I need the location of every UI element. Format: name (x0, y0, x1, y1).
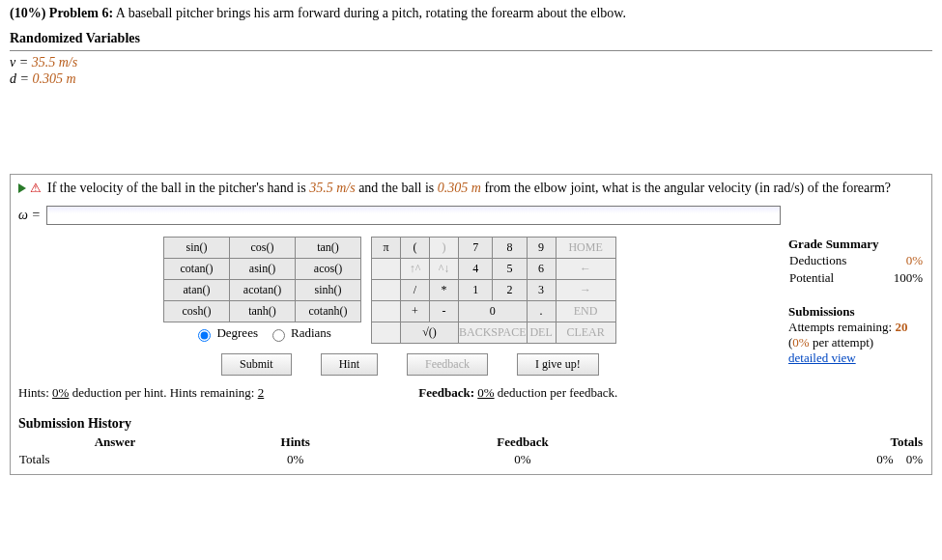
key-5[interactable]: 5 (493, 259, 527, 280)
key-4[interactable]: 4 (459, 259, 493, 280)
key-empty4 (372, 322, 401, 344)
key-3[interactable]: 3 (527, 280, 556, 301)
grade-sidebar: Grade Summary Deductions0% Potential100%… (788, 237, 924, 381)
feedback-button[interactable]: Feedback (407, 353, 488, 376)
feedback-line: Feedback: 0% deduction per feedback. (418, 385, 617, 401)
submit-button[interactable]: Submit (221, 353, 292, 376)
key-lparen[interactable]: ( (401, 238, 430, 259)
angle-mode: Degrees Radians (163, 325, 361, 342)
key-backspace[interactable]: BACKSPACE (459, 322, 528, 344)
problem-text: A baseball pitcher brings his arm forwar… (116, 6, 626, 20)
fn-asin[interactable]: asin() (230, 259, 296, 280)
key-7[interactable]: 7 (459, 238, 493, 259)
key-up[interactable]: ↑^ (401, 259, 430, 280)
fn-cotanh[interactable]: cotanh() (296, 301, 361, 322)
answer-input[interactable] (46, 206, 781, 225)
key-left[interactable]: ← (556, 259, 615, 280)
fn-sinh[interactable]: sinh() (296, 280, 361, 301)
key-2[interactable]: 2 (493, 280, 527, 301)
key-6[interactable]: 6 (527, 259, 556, 280)
key-down[interactable]: ^↓ (430, 259, 459, 280)
calculator: sin()cos()tan() cotan()asin()acos() atan… (163, 237, 788, 344)
key-8[interactable]: 8 (493, 238, 527, 259)
key-pi[interactable]: π (372, 238, 401, 259)
key-dot[interactable]: . (527, 301, 556, 322)
table-row: Totals 0% 0% 0% 0% (18, 451, 924, 468)
var-d: d = 0.305 m (10, 71, 932, 87)
giveup-button[interactable]: I give up! (517, 353, 599, 376)
answer-row: ω = (18, 206, 924, 225)
numeric-keypad: π ( ) 7 8 9 HOME ↑^ ^↓ 4 (371, 237, 616, 344)
key-rparen[interactable]: ) (430, 238, 459, 259)
fn-sin[interactable]: sin() (164, 238, 230, 259)
fn-acos[interactable]: acos() (296, 259, 361, 280)
problem-header: (10%) Problem 6: A baseball pitcher brin… (10, 6, 932, 21)
key-empty1 (372, 259, 401, 280)
key-minus[interactable]: - (430, 301, 459, 322)
fn-cosh[interactable]: cosh() (164, 301, 230, 322)
key-clear[interactable]: CLEAR (556, 322, 615, 344)
fn-cos[interactable]: cos() (230, 238, 296, 259)
submission-history-table: Answer Hints Feedback Totals Totals 0% 0… (18, 434, 924, 468)
key-empty3 (372, 301, 401, 322)
hints-line: Hints: 0% deduction per hint. Hints rema… (18, 385, 264, 401)
question-box: ⚠ If the velocity of the ball in the pit… (10, 174, 932, 475)
submissions-title: Submissions (788, 304, 924, 320)
question-line: ⚠ If the velocity of the ball in the pit… (18, 181, 924, 196)
key-end[interactable]: END (556, 301, 615, 322)
mode-radians[interactable]: Radians (268, 325, 331, 340)
key-empty2 (372, 280, 401, 301)
fn-tanh[interactable]: tanh() (230, 301, 296, 322)
hint-button[interactable]: Hint (321, 353, 378, 376)
key-star[interactable]: * (430, 280, 459, 301)
randomized-variables-title: Randomized Variables (10, 31, 932, 46)
answer-label: ω = (18, 208, 41, 223)
var-v: v = 35.5 m/s (10, 55, 932, 70)
key-right[interactable]: → (556, 280, 615, 301)
problem-weight: (10%) Problem 6: (10, 6, 113, 20)
fn-tan[interactable]: tan() (296, 238, 361, 259)
key-slash[interactable]: / (401, 280, 430, 301)
mode-degrees[interactable]: Degrees (193, 325, 258, 340)
detailed-view-link[interactable]: detailed view (788, 350, 924, 366)
key-0[interactable]: 0 (459, 301, 528, 322)
key-del[interactable]: DEL (527, 322, 556, 344)
play-icon[interactable] (18, 183, 26, 193)
submission-history-title: Submission History (18, 416, 924, 432)
key-sqrt[interactable]: √() (401, 322, 459, 344)
warning-icon: ⚠ (30, 181, 42, 196)
key-1[interactable]: 1 (459, 280, 493, 301)
key-home[interactable]: HOME (556, 238, 615, 259)
key-9[interactable]: 9 (527, 238, 556, 259)
fn-atan[interactable]: atan() (164, 280, 230, 301)
key-plus[interactable]: + (401, 301, 430, 322)
fn-cotan[interactable]: cotan() (164, 259, 230, 280)
function-keys: sin()cos()tan() cotan()asin()acos() atan… (163, 237, 361, 344)
grade-summary-title: Grade Summary (788, 237, 924, 252)
fn-acotan[interactable]: acotan() (230, 280, 296, 301)
